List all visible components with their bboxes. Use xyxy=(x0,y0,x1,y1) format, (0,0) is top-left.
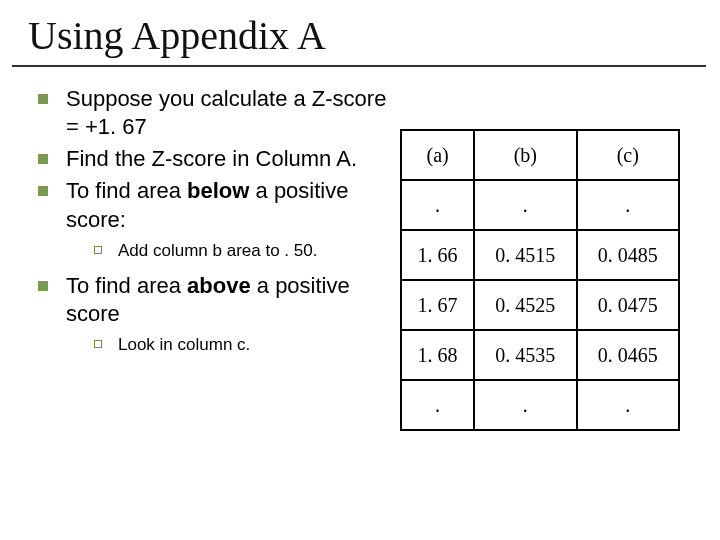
text-run: To find area xyxy=(66,273,187,298)
table-row: 1. 67 0. 4525 0. 0475 xyxy=(401,280,679,330)
table-cell: 0. 0475 xyxy=(577,280,679,330)
table-area: (a) (b) (c) . . . 1. 66 0. 4515 0. 0485 … xyxy=(394,85,692,431)
bullet-text: To find area below a positive score: xyxy=(66,177,394,233)
table-header-cell: (a) xyxy=(401,130,474,180)
text-run: To find area xyxy=(66,178,187,203)
table-cell: . xyxy=(577,180,679,230)
table-cell: . xyxy=(401,380,474,430)
bullet-icon xyxy=(38,281,48,291)
list-item: To find area above a positive score xyxy=(38,272,394,328)
bullet-text: Find the Z-score in Column A. xyxy=(66,145,394,173)
table-header-cell: (c) xyxy=(577,130,679,180)
table-cell: 0. 4535 xyxy=(474,330,576,380)
bullet-text: Suppose you calculate a Z-score = +1. 67 xyxy=(66,85,394,141)
list-item: To find area below a positive score: xyxy=(38,177,394,233)
sub-bullet-icon xyxy=(94,340,102,348)
sub-bullet-text: Add column b area to . 50. xyxy=(118,240,317,262)
table-row: (a) (b) (c) xyxy=(401,130,679,180)
table-row: 1. 66 0. 4515 0. 0485 xyxy=(401,230,679,280)
table-cell: 0. 4525 xyxy=(474,280,576,330)
list-item: Find the Z-score in Column A. xyxy=(38,145,394,173)
table-cell: 1. 68 xyxy=(401,330,474,380)
table-row: 1. 68 0. 4535 0. 0465 xyxy=(401,330,679,380)
bullet-icon xyxy=(38,154,48,164)
slide-title: Using Appendix A xyxy=(0,0,720,65)
table-cell: 0. 4515 xyxy=(474,230,576,280)
sub-bullet-icon xyxy=(94,246,102,254)
bullet-icon xyxy=(38,94,48,104)
sub-bullet-text: Look in column c. xyxy=(118,334,250,356)
text-bold: below xyxy=(187,178,249,203)
bullet-text: To find area above a positive score xyxy=(66,272,394,328)
list-item: Suppose you calculate a Z-score = +1. 67 xyxy=(38,85,394,141)
table-cell: 0. 0465 xyxy=(577,330,679,380)
table-cell: 0. 0485 xyxy=(577,230,679,280)
table-cell: 1. 67 xyxy=(401,280,474,330)
table-cell: . xyxy=(401,180,474,230)
table-cell: . xyxy=(577,380,679,430)
table-cell: . xyxy=(474,380,576,430)
content-area: Suppose you calculate a Z-score = +1. 67… xyxy=(0,67,720,431)
sub-list-item: Add column b area to . 50. xyxy=(94,240,394,262)
table-row: . . . xyxy=(401,380,679,430)
zscore-table: (a) (b) (c) . . . 1. 66 0. 4515 0. 0485 … xyxy=(400,129,680,431)
table-cell: 1. 66 xyxy=(401,230,474,280)
bullet-icon xyxy=(38,186,48,196)
bullet-list: Suppose you calculate a Z-score = +1. 67… xyxy=(14,85,394,431)
table-header-cell: (b) xyxy=(474,130,576,180)
text-bold: above xyxy=(187,273,251,298)
sub-list-item: Look in column c. xyxy=(94,334,394,356)
table-cell: . xyxy=(474,180,576,230)
table-row: . . . xyxy=(401,180,679,230)
